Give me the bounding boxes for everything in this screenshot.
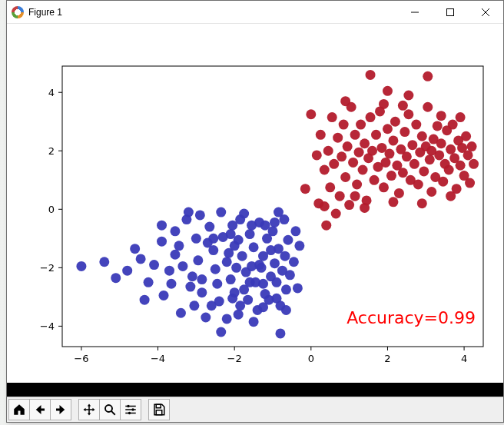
svg-point-45 [216, 327, 226, 337]
svg-point-143 [348, 158, 358, 168]
svg-point-113 [281, 305, 291, 315]
svg-point-128 [316, 130, 326, 140]
svg-point-117 [174, 241, 184, 251]
svg-text:0: 0 [308, 353, 314, 364]
svg-point-79 [280, 251, 290, 261]
svg-point-215 [379, 99, 389, 109]
back-button[interactable] [29, 399, 51, 420]
svg-point-225 [105, 405, 112, 412]
svg-point-120 [184, 208, 194, 217]
maximize-button[interactable] [433, 1, 468, 24]
svg-point-84 [170, 226, 180, 236]
svg-point-174 [407, 140, 417, 150]
svg-point-43 [212, 279, 222, 289]
svg-rect-0 [447, 8, 454, 15]
svg-point-82 [294, 241, 304, 251]
svg-point-52 [231, 263, 241, 273]
svg-point-134 [329, 159, 339, 169]
svg-point-219 [456, 112, 466, 122]
svg-point-183 [425, 154, 435, 164]
minimize-button[interactable] [397, 1, 433, 24]
svg-point-213 [340, 96, 350, 106]
svg-text:−2: −2 [40, 262, 55, 274]
svg-point-93 [234, 235, 244, 245]
svg-point-32 [170, 250, 180, 260]
arrow-left-icon [33, 403, 47, 417]
svg-point-61 [249, 242, 259, 252]
svg-point-169 [398, 168, 408, 178]
close-button[interactable] [468, 1, 503, 24]
svg-point-35 [187, 271, 197, 281]
svg-point-125 [306, 109, 316, 119]
zoom-button[interactable] [99, 399, 121, 420]
svg-point-136 [335, 191, 345, 201]
svg-text:−6: −6 [74, 353, 88, 364]
svg-text:4: 4 [461, 353, 467, 364]
svg-point-123 [222, 314, 232, 324]
configure-button[interactable] [120, 399, 141, 420]
pan-button[interactable] [78, 399, 100, 420]
svg-point-72 [270, 258, 280, 268]
svg-point-161 [383, 124, 393, 134]
save-button[interactable] [148, 399, 170, 420]
svg-point-204 [465, 178, 475, 188]
svg-point-227 [131, 408, 134, 410]
svg-rect-230 [156, 410, 162, 415]
svg-point-190 [438, 177, 448, 187]
svg-point-189 [436, 138, 446, 148]
svg-point-25 [99, 257, 109, 267]
svg-point-102 [285, 270, 295, 280]
svg-point-126 [312, 150, 322, 160]
svg-point-130 [321, 221, 331, 231]
svg-point-209 [366, 70, 376, 80]
svg-point-24 [76, 261, 86, 271]
svg-point-214 [360, 203, 370, 213]
svg-point-180 [419, 166, 429, 176]
svg-point-80 [281, 284, 291, 294]
svg-point-132 [325, 182, 335, 192]
svg-text:4: 4 [48, 87, 55, 98]
svg-point-182 [423, 102, 433, 112]
svg-point-176 [411, 120, 421, 130]
svg-point-170 [400, 127, 410, 137]
svg-point-167 [394, 188, 404, 198]
svg-point-47 [222, 257, 232, 267]
plot-canvas[interactable]: −6−4−2024−4−2024Accuracy=0.99 [7, 24, 503, 383]
svg-point-171 [402, 151, 412, 161]
svg-point-193 [444, 164, 454, 174]
navigation-toolbar [7, 397, 503, 422]
svg-rect-229 [156, 404, 161, 408]
svg-point-53 [234, 310, 244, 320]
arrow-right-icon [54, 403, 68, 417]
svg-point-152 [366, 112, 376, 122]
svg-point-165 [390, 117, 400, 127]
svg-point-207 [320, 201, 330, 211]
svg-point-87 [195, 210, 205, 220]
svg-point-163 [386, 171, 396, 181]
svg-point-217 [417, 198, 427, 208]
svg-point-218 [436, 111, 446, 121]
svg-point-129 [320, 164, 330, 174]
svg-point-194 [446, 144, 456, 154]
forward-button[interactable] [50, 399, 71, 420]
svg-point-154 [370, 175, 380, 185]
svg-point-114 [111, 273, 121, 283]
minimize-icon [411, 8, 419, 16]
close-icon [482, 8, 489, 16]
svg-point-137 [337, 151, 346, 161]
home-button[interactable] [8, 399, 30, 420]
svg-point-83 [149, 260, 159, 270]
svg-point-106 [189, 300, 199, 310]
svg-point-153 [367, 146, 377, 156]
svg-point-133 [327, 112, 337, 122]
svg-point-28 [144, 277, 154, 287]
svg-point-36 [191, 234, 201, 244]
svg-point-104 [140, 295, 150, 305]
svg-point-144 [350, 130, 360, 140]
svg-point-212 [423, 71, 433, 81]
figure-window: Figure 1 −6−4−2024−4−2024Accuracy=0.99 [6, 0, 504, 423]
title-bar[interactable]: Figure 1 [7, 1, 503, 24]
svg-point-159 [379, 182, 389, 192]
svg-point-172 [403, 109, 413, 119]
svg-point-141 [344, 200, 354, 210]
